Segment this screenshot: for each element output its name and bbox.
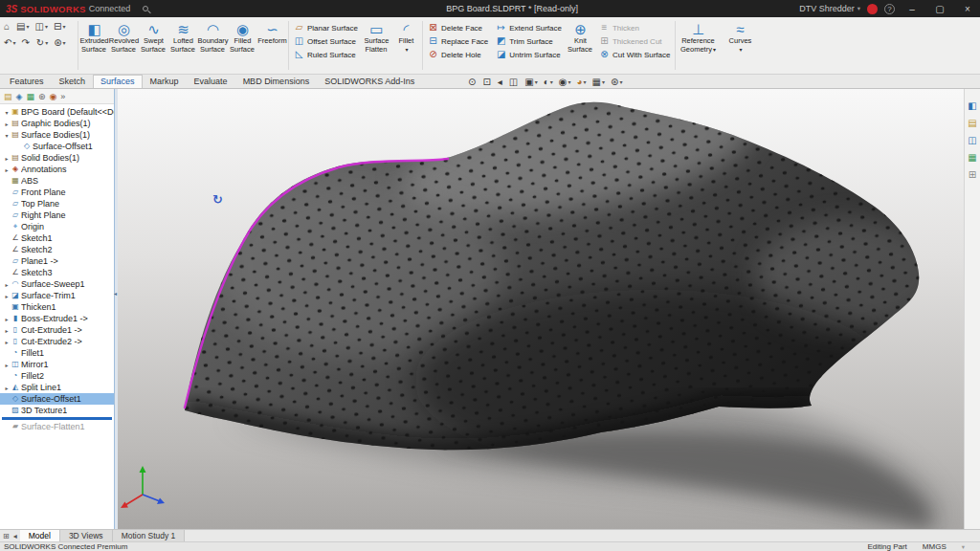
ribbon-tab[interactable]: MBD Dimensions bbox=[235, 75, 318, 88]
quick-access-button[interactable]: ⊛▾ bbox=[54, 38, 65, 48]
ribbon-small-button[interactable]: ◩ Trim Surface bbox=[496, 36, 562, 46]
tree-item[interactable]: ▨ 3D Texture1 bbox=[0, 405, 114, 416]
tree-item[interactable]: ∠ Sketch3 bbox=[0, 267, 114, 278]
tree-item[interactable]: ▸ ◪ Surface-Trim1 bbox=[0, 290, 114, 301]
headsup-button[interactable]: ⊛ ▾ bbox=[609, 76, 624, 88]
quick-access-button[interactable]: ↶▾ bbox=[4, 38, 15, 48]
headsup-button[interactable]: ⊡ bbox=[480, 76, 493, 88]
feature-manager-tab-icon[interactable]: ◈ bbox=[16, 92, 23, 101]
tree-item[interactable]: ▸ ▮ Boss-Extrude1 -> bbox=[0, 313, 114, 324]
expand-arrow-icon[interactable]: ▸ bbox=[3, 327, 11, 334]
document-tab[interactable]: Model bbox=[20, 530, 60, 541]
expand-arrow-icon[interactable]: ▸ bbox=[3, 293, 11, 299]
ribbon-small-button[interactable]: ◺ Ruled Surface bbox=[294, 50, 358, 59]
tree-item[interactable]: ▱ Plane1 -> bbox=[0, 255, 114, 267]
account-menu[interactable]: DTV Shredder ▾ bbox=[799, 4, 860, 13]
quick-access-button[interactable]: ⊟▾ bbox=[54, 22, 65, 32]
ribbon-small-button[interactable]: ⊠ Delete Face bbox=[428, 23, 488, 33]
expand-arrow-icon[interactable]: ▾ bbox=[3, 109, 11, 116]
ribbon-big-button[interactable]: ≋ Lofted Surface bbox=[168, 17, 198, 74]
tab-scroll-icon[interactable]: ◂ bbox=[13, 532, 17, 540]
ribbon-small-button[interactable]: ◪ Untrim Surface bbox=[496, 50, 562, 59]
taskpane-icon[interactable]: ◫ bbox=[968, 135, 976, 145]
ribbon-big-button[interactable]: ≈ Curves ▾ bbox=[719, 17, 761, 74]
tree-item[interactable]: ▸ ◭ Split Line1 bbox=[0, 382, 114, 393]
tree-item[interactable]: ▱ Front Plane bbox=[0, 187, 114, 198]
ribbon-tab[interactable]: SOLIDWORKS Add-Ins bbox=[317, 75, 422, 88]
ribbon-big-button[interactable]: ◜ Fillet ▾ bbox=[391, 17, 421, 74]
status-units[interactable]: MMGS bbox=[923, 542, 947, 551]
headsup-button[interactable]: ◕ ▾ bbox=[575, 76, 589, 88]
ribbon-small-button[interactable]: ⊘ Delete Hole bbox=[428, 50, 488, 59]
search-icon[interactable] bbox=[143, 6, 148, 11]
tree-item[interactable]: ◇ Surface-Offset1 bbox=[0, 393, 114, 405]
expand-arrow-icon[interactable]: ▸ bbox=[3, 316, 11, 322]
tree-item[interactable]: ◇ Surface-Offset1 bbox=[0, 141, 114, 152]
tree-item[interactable]: ▸ ◫ Mirror1 bbox=[0, 359, 114, 370]
tree-item[interactable]: ▸ ▯ Cut-Extrude2 -> bbox=[0, 336, 114, 347]
ribbon-small-button[interactable]: ≡ Thicken bbox=[599, 23, 670, 33]
ribbon-big-button[interactable]: ◉ Filled Surface bbox=[228, 17, 257, 74]
feature-manager-tab-icon[interactable]: ▤ bbox=[4, 92, 12, 101]
tree-item[interactable]: ▣ Thicken1 bbox=[0, 301, 114, 313]
headsup-button[interactable]: ◂ bbox=[496, 76, 505, 88]
taskpane-icon[interactable]: ▤ bbox=[968, 118, 976, 128]
taskpane-icon[interactable]: ▦ bbox=[968, 152, 976, 163]
tree-item[interactable]: ▦ ABS bbox=[0, 175, 114, 187]
document-tab[interactable]: 3D Views bbox=[60, 530, 113, 541]
minimize-button[interactable]: – bbox=[902, 4, 923, 14]
expand-arrow-icon[interactable]: ▸ bbox=[3, 339, 11, 345]
expand-arrow-icon[interactable]: ▸ bbox=[3, 362, 11, 368]
taskpane-icon[interactable]: ◧ bbox=[968, 100, 976, 111]
tree-item[interactable]: ▾ ▣ BPG Board (Default<<Default>_Displ bbox=[0, 106, 114, 118]
tree-item[interactable]: ▾ ▤ Surface Bodies(1) bbox=[0, 129, 114, 141]
tree-item[interactable]: ▸ ◠ Surface-Sweep1 bbox=[0, 278, 114, 290]
ribbon-small-button[interactable]: ◫ Offset Surface bbox=[294, 36, 358, 46]
taskpane-icon[interactable]: ⊞ bbox=[969, 169, 976, 180]
tree-item[interactable]: ∠ Sketch2 bbox=[0, 244, 114, 255]
tab-scroll-icon[interactable]: ⊞ bbox=[3, 532, 10, 540]
expand-arrow-icon[interactable]: ▸ bbox=[3, 166, 11, 173]
maximize-button[interactable]: ▢ bbox=[929, 4, 950, 14]
tree-item[interactable]: ▱ Right Plane bbox=[0, 209, 114, 221]
tree-item[interactable]: ▸ ▤ Graphic Bodies(1) bbox=[0, 118, 114, 129]
ribbon-small-button[interactable]: ⊟ Replace Face bbox=[428, 36, 488, 46]
expand-arrow-icon[interactable]: ▸ bbox=[3, 155, 11, 162]
tree-item[interactable]: ∠ Sketch1 bbox=[0, 232, 114, 244]
ribbon-big-button[interactable]: ▭ Surface Flatten bbox=[362, 17, 391, 74]
headsup-button[interactable]: ▣ ▾ bbox=[523, 76, 539, 88]
headsup-button[interactable]: ▦ ▾ bbox=[590, 76, 607, 88]
quick-access-button[interactable]: ▤▾ bbox=[16, 22, 29, 32]
expand-arrow-icon[interactable]: ▸ bbox=[3, 385, 11, 391]
ribbon-small-button[interactable]: ⊗ Cut With Surface bbox=[599, 50, 670, 59]
headsup-button[interactable]: ◉ ▾ bbox=[557, 76, 573, 88]
ribbon-big-button[interactable]: ◎ Revolved Surface bbox=[109, 17, 139, 74]
headsup-button[interactable]: ⊙ bbox=[466, 76, 479, 88]
graphics-area[interactable]: ↻ bbox=[118, 89, 964, 529]
collapse-panel-icon[interactable]: ◂ bbox=[114, 290, 117, 297]
quick-access-button[interactable]: ◫▾ bbox=[35, 22, 48, 32]
ribbon-small-button[interactable]: ↦ Extend Surface bbox=[496, 23, 562, 33]
ribbon-big-button[interactable]: ∽ Freeform bbox=[257, 17, 287, 74]
help-icon[interactable]: ? bbox=[884, 4, 895, 14]
tree-item[interactable]: ▸ ▯ Cut-Extrude1 -> bbox=[0, 324, 114, 336]
quick-access-button[interactable]: ⌂ bbox=[4, 22, 11, 32]
document-tab[interactable]: Motion Study 1 bbox=[113, 530, 186, 541]
ribbon-tab[interactable]: Sketch bbox=[52, 75, 94, 88]
ribbon-tab[interactable]: Surfaces bbox=[93, 75, 143, 88]
feature-manager-tab-icon[interactable]: ◉ bbox=[50, 92, 57, 101]
ribbon-big-button[interactable]: ◠ Boundary Surface bbox=[198, 17, 228, 74]
tree-item[interactable]: ⌖ Origin bbox=[0, 221, 114, 232]
ribbon-big-button[interactable]: ◧ Extruded Surface bbox=[79, 17, 109, 74]
headsup-button[interactable]: ◫ bbox=[507, 76, 521, 88]
ribbon-small-button[interactable]: ⊞ Thickened Cut bbox=[599, 36, 670, 46]
quick-access-button[interactable]: ↷ bbox=[21, 38, 30, 48]
headsup-button[interactable]: ◐ ▾ bbox=[542, 76, 555, 88]
tree-item[interactable]: ◔ Fillet2 bbox=[0, 370, 114, 382]
quick-access-button[interactable]: ↻▾ bbox=[36, 38, 48, 48]
tree-item[interactable]: ◔ Fillet1 bbox=[0, 347, 114, 359]
feature-manager-tab-icon[interactable]: » bbox=[60, 92, 65, 101]
tree-item[interactable]: ▰ Surface-Flatten1 bbox=[0, 421, 114, 432]
ribbon-big-button[interactable]: ⊥ Reference Geometry▾ bbox=[677, 17, 719, 74]
expand-arrow-icon[interactable]: ▸ bbox=[3, 281, 11, 288]
